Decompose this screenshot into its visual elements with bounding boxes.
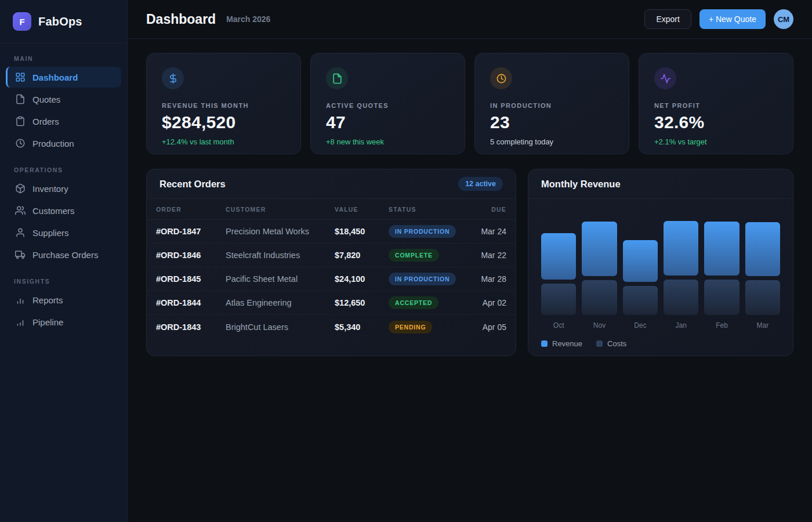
order-id: #ORD-1843 (156, 322, 226, 332)
sidebar-item-purchase-orders[interactable]: Purchase Orders (6, 244, 121, 265)
new-quote-button[interactable]: + New Quote (699, 9, 766, 29)
revenue-bar (623, 240, 658, 282)
sidebar: F FabOps Main Dashboard Quotes Orders Pr… (0, 0, 128, 522)
avatar[interactable]: CM (774, 9, 793, 29)
activity-icon (660, 73, 671, 84)
stat-value: 32.6% (654, 113, 778, 132)
chart-legend: Revenue Costs (541, 339, 780, 348)
nav-section-insights: Insights (14, 278, 127, 285)
sidebar-item-label: Purchase Orders (32, 250, 98, 260)
bar-chart-icon (15, 317, 26, 327)
stat-value: $284,520 (162, 113, 285, 132)
sidebar-item-production[interactable]: Production (6, 133, 121, 154)
column-header-order: Order (156, 206, 226, 213)
sidebar-item-label: Suppliers (32, 228, 69, 238)
brand: F FabOps (0, 0, 127, 44)
stat-delta: +8 new this week (326, 137, 449, 146)
column-header-value: Value (335, 206, 389, 213)
page-title: Dashboard (146, 12, 216, 27)
main-area: Dashboard March 2026 Export + New Quote … (128, 0, 812, 522)
stat-card-in-production: IN PRODUCTION 23 5 completing today (474, 53, 629, 154)
chart-column (623, 209, 658, 315)
order-due: Mar 28 (480, 274, 506, 284)
stat-label: REVENUE THIS MONTH (162, 102, 285, 109)
costs-bar (541, 284, 576, 315)
sidebar-item-customers[interactable]: Customers (6, 200, 121, 221)
status-badge: In Production (389, 273, 456, 285)
revenue-swatch (541, 340, 548, 347)
monthly-revenue-panel: Monthly Revenue (528, 169, 793, 356)
clipboard-icon (15, 116, 26, 126)
table-row[interactable]: #ORD-1843 BrightCut Lasers $5,340 Pendin… (147, 315, 516, 339)
stat-card-active-quotes: ACTIVE QUOTES 47 +8 new this week (310, 53, 465, 154)
x-tick: Feb (704, 321, 739, 329)
table-row[interactable]: #ORD-1846 Steelcraft Industries $7,820 C… (147, 244, 516, 267)
stat-card-net-profit: NET PROFIT 32.6% +2.1% vs target (639, 53, 793, 154)
sidebar-item-label: Inventory (32, 184, 68, 194)
sidebar-item-label: Reports (32, 295, 63, 305)
x-tick: Dec (623, 321, 658, 329)
legend-label: Costs (607, 339, 626, 348)
sidebar-item-label: Pipeline (32, 317, 63, 327)
costs-bar (582, 280, 617, 315)
chart-title: Monthly Revenue (541, 179, 621, 190)
x-tick: Nov (582, 321, 617, 329)
stat-label: NET PROFIT (654, 102, 778, 109)
column-header-due: Due (480, 206, 506, 213)
sidebar-item-suppliers[interactable]: Suppliers (6, 222, 121, 243)
stat-card-revenue: REVENUE THIS MONTH $284,520 +12.4% vs la… (146, 53, 301, 154)
order-customer: Steelcraft Industries (226, 251, 335, 260)
chart-column (664, 209, 698, 315)
sidebar-item-inventory[interactable]: Inventory (6, 178, 121, 199)
table-row[interactable]: #ORD-1844 Atlas Engineering $12,650 Acce… (147, 291, 516, 315)
table-row[interactable]: #ORD-1845 Pacific Sheet Metal $24,100 In… (147, 267, 516, 291)
grid-icon (15, 72, 26, 82)
dashboard-content: REVENUE THIS MONTH $284,520 +12.4% vs la… (128, 39, 812, 522)
order-customer: BrightCut Lasers (226, 322, 335, 332)
status-badge: Pending (389, 321, 432, 334)
active-count-badge: 12 active (458, 177, 503, 191)
costs-bar (623, 286, 658, 315)
clock-icon (15, 138, 26, 148)
dollar-icon (168, 73, 179, 84)
sidebar-item-orders[interactable]: Orders (6, 111, 121, 132)
sidebar-item-reports[interactable]: Reports (6, 289, 121, 310)
sidebar-item-label: Dashboard (32, 72, 78, 82)
box-icon (15, 183, 26, 194)
order-due: Apr 02 (480, 298, 506, 307)
status-badge: Complete (389, 249, 439, 262)
sidebar-item-dashboard[interactable]: Dashboard (6, 67, 121, 88)
stat-delta: +2.1% vs target (654, 137, 778, 146)
document-icon (15, 94, 26, 104)
chart-column (541, 209, 576, 315)
status-badge: Accepted (389, 296, 438, 309)
export-button[interactable]: Export (644, 9, 691, 29)
status-badge: In Production (389, 225, 456, 238)
orders-table-header: Order Customer Value Status Due (147, 199, 516, 220)
nav-section-main: Main (14, 55, 127, 62)
order-due: Apr 05 (480, 322, 506, 332)
file-icon (332, 73, 343, 84)
legend-item-revenue: Revenue (541, 339, 582, 348)
x-tick: Jan (664, 321, 698, 329)
order-value: $12,650 (335, 298, 389, 307)
app-name: FabOps (38, 15, 82, 28)
column-header-customer: Customer (226, 206, 335, 213)
revenue-bar (745, 222, 780, 276)
order-due: Mar 22 (480, 251, 506, 260)
sidebar-item-label: Customers (32, 206, 75, 216)
chart-column (582, 209, 617, 315)
costs-bar (745, 280, 780, 315)
column-header-status: Status (389, 206, 480, 213)
sidebar-item-pipeline[interactable]: Pipeline (6, 311, 121, 332)
table-row[interactable]: #ORD-1847 Precision Metal Works $18,450 … (147, 220, 516, 244)
order-customer: Precision Metal Works (226, 227, 335, 236)
costs-bar (664, 280, 698, 315)
x-tick: Oct (541, 321, 576, 329)
revenue-bar (704, 222, 739, 276)
order-id: #ORD-1844 (156, 298, 226, 307)
order-id: #ORD-1847 (156, 227, 226, 236)
app-logo: F (13, 12, 31, 31)
stats-row: REVENUE THIS MONTH $284,520 +12.4% vs la… (146, 53, 793, 154)
sidebar-item-quotes[interactable]: Quotes (6, 89, 121, 110)
